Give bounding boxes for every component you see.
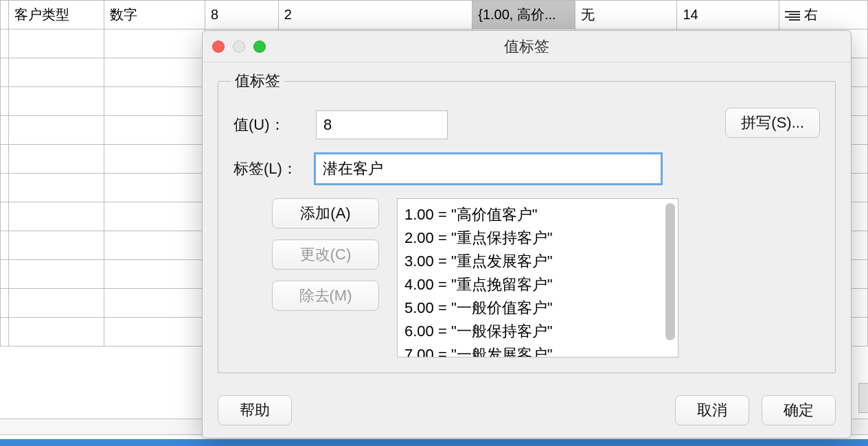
grid-cell-align-text: 右 — [804, 7, 818, 22]
value-labels-list[interactable]: 1.00 = "高价值客户" 2.00 = "重点保持客户" 3.00 = "重… — [397, 198, 678, 357]
list-item[interactable]: 2.00 = "重点保持客户" — [404, 226, 668, 250]
status-bar — [0, 439, 868, 446]
list-scrollbar[interactable] — [665, 203, 675, 340]
grid-cell-decimals[interactable]: 2 — [278, 1, 472, 30]
window-minimize-button[interactable] — [233, 40, 245, 53]
grid-cell-missing[interactable]: 无 — [575, 1, 676, 30]
right-edge-box — [858, 383, 868, 413]
help-button[interactable]: 帮助 — [218, 395, 292, 425]
group-legend: 值标签 — [231, 71, 284, 91]
ok-button[interactable]: 确定 — [762, 395, 836, 425]
value-field-label: 值(U)： — [233, 115, 316, 135]
list-item[interactable]: 4.00 = "重点挽留客户" — [404, 273, 668, 296]
list-item[interactable]: 3.00 = "重点发展客户" — [404, 250, 668, 273]
list-item[interactable]: 6.00 = "一般保持客户" — [404, 320, 668, 343]
list-item[interactable]: 7.00 = "一般发展客户" — [404, 343, 668, 357]
label-input[interactable] — [316, 154, 661, 183]
change-button[interactable]: 更改(C) — [272, 239, 379, 270]
list-item[interactable]: 5.00 = "一般价值客户" — [404, 296, 668, 320]
grid-header-row: 客户类型 数字 8 2 {1.00, 高价... 无 14 右 — [1, 1, 868, 30]
grid-row-head — [1, 1, 9, 30]
value-labels-dialog: 值标签 值标签 值(U)： 拼写(S)... 标签(L)： 添加(A) — [202, 30, 852, 438]
dialog-titlebar[interactable]: 值标签 — [203, 31, 851, 62]
window-maximize-button[interactable] — [253, 40, 266, 53]
spelling-button[interactable]: 拼写(S)... — [725, 108, 820, 138]
grid-cell-name[interactable]: 客户类型 — [8, 1, 104, 30]
remove-button[interactable]: 除去(M) — [272, 281, 379, 311]
list-item[interactable]: 1.00 = "高价值客户" — [404, 203, 668, 226]
grid-cell-values[interactable]: {1.00, 高价... — [472, 1, 575, 30]
value-labels-group: 值标签 值(U)： 拼写(S)... 标签(L)： 添加(A) 更改(C) — [218, 71, 836, 373]
align-right-icon — [785, 10, 800, 21]
cancel-button[interactable]: 取消 — [675, 395, 749, 425]
grid-cell-align[interactable]: 右 — [779, 1, 867, 30]
window-close-button[interactable] — [212, 40, 225, 53]
label-field-label: 标签(L)： — [233, 159, 316, 179]
dialog-title: 值标签 — [504, 36, 549, 57]
grid-cell-type[interactable]: 数字 — [104, 1, 205, 30]
value-input[interactable] — [316, 110, 448, 139]
add-button[interactable]: 添加(A) — [272, 198, 379, 228]
grid-cell-columns[interactable]: 14 — [677, 1, 779, 30]
grid-cell-width[interactable]: 8 — [205, 1, 278, 30]
